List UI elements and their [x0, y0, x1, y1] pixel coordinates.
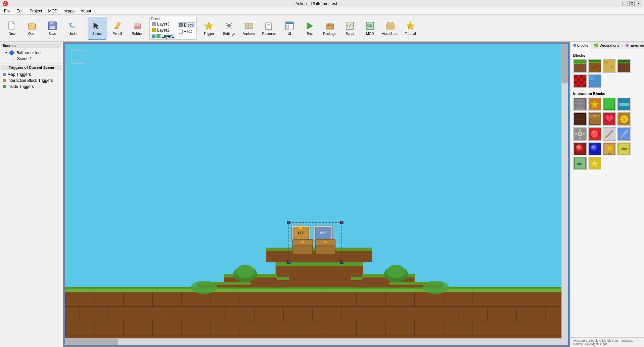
resource-button[interactable]: Resource	[260, 17, 279, 40]
restore-button[interactable]: ❐	[629, 1, 635, 6]
block-dark1[interactable]	[573, 112, 587, 126]
tab-blocks[interactable]: ◼ Blocks	[570, 42, 591, 49]
undo-button[interactable]: Undo	[63, 17, 82, 40]
svg-rect-47	[123, 292, 152, 306]
save-button[interactable]: Save	[43, 17, 62, 40]
block-red-orb1[interactable]	[573, 142, 587, 155]
trigger-map[interactable]: Map Triggers	[1, 71, 61, 78]
new-icon	[7, 20, 17, 31]
tutorial-button[interactable]: Tutorial	[401, 17, 420, 40]
layer1-option[interactable]: Layer1	[151, 34, 175, 39]
block-sword1[interactable]	[603, 127, 616, 141]
scene-icon: ◽	[11, 56, 16, 61]
layer3-option[interactable]: Layer3	[151, 21, 175, 27]
svg-rect-51	[240, 292, 269, 306]
block-coin1[interactable]: $	[617, 112, 631, 126]
svg-rect-5	[50, 22, 53, 24]
menu-about[interactable]: About	[78, 8, 94, 14]
expand-arrow: ▼	[5, 51, 8, 54]
trigger-inside-dot	[3, 85, 6, 88]
svg-rect-0	[9, 22, 14, 29]
minimize-button[interactable]: —	[623, 1, 628, 6]
svg-rect-36	[386, 24, 394, 29]
block-crt1[interactable]: CRT	[573, 157, 587, 170]
block-red-circle1[interactable]	[588, 127, 601, 141]
blocks-grid	[573, 59, 641, 88]
block-grass2[interactable]	[617, 59, 631, 73]
trigger-label: Trigger	[203, 32, 214, 36]
block-blue-orb1[interactable]	[588, 142, 601, 155]
svg-rect-189	[580, 120, 585, 124]
layer2-option[interactable]: Layer2	[151, 28, 175, 33]
rubber-button[interactable]: Rubber	[128, 17, 147, 40]
canvas-area[interactable]: ATK DEF	[63, 42, 570, 347]
svg-rect-14	[156, 34, 160, 38]
right-tabs: ◼ Blocks 🌿 Decorations 👾 Enemies	[570, 42, 644, 49]
pencil-button[interactable]: Pencil	[108, 17, 127, 40]
block-teal1[interactable]	[617, 98, 631, 111]
svg-rect-54	[327, 292, 357, 306]
game-canvas[interactable]: ATK DEF	[64, 43, 569, 346]
menu-file[interactable]: File	[1, 8, 13, 14]
block-grass1[interactable]	[573, 59, 587, 73]
svg-rect-53	[298, 292, 327, 306]
svg-rect-91	[444, 321, 473, 336]
scene-platformertest[interactable]: ▼ 🔵 PlatformerTest	[4, 50, 61, 56]
layer1-radio	[152, 35, 155, 38]
menu-mod[interactable]: MOD	[45, 8, 60, 14]
trigger-inside[interactable]: Inside Triggers	[1, 84, 61, 90]
svg-rect-63	[109, 307, 138, 321]
block-wood1[interactable]	[588, 112, 601, 126]
svg-rect-62	[80, 307, 109, 321]
mod-button[interactable]: MOD MOD	[361, 17, 379, 40]
close-button[interactable]: ✕	[636, 1, 641, 6]
block-green1[interactable]	[603, 98, 616, 111]
scene-scene1[interactable]: ◽ Scene:1	[4, 56, 61, 62]
open-icon	[27, 20, 38, 31]
test-button[interactable]: Test	[300, 17, 319, 40]
block-gear1[interactable]	[573, 127, 587, 141]
svg-rect-169	[583, 84, 586, 87]
svg-rect-45	[65, 292, 94, 306]
menu-project[interactable]: Project	[27, 8, 45, 14]
select-button[interactable]: Select	[88, 17, 106, 40]
svg-rect-166	[574, 81, 577, 84]
svg-rect-69	[283, 307, 313, 321]
assetstore-button[interactable]: AssetStore	[381, 17, 400, 40]
tab-decorations-label: Decorations	[599, 43, 619, 47]
block-star1[interactable]	[588, 98, 601, 111]
block-star2[interactable]	[588, 157, 601, 170]
block-blue1[interactable]	[588, 74, 601, 88]
svg-rect-94	[531, 321, 560, 336]
variable-button[interactable]: Variable	[240, 17, 259, 40]
brush-block-option[interactable]: Block	[178, 22, 195, 28]
block-red-pattern[interactable]	[573, 74, 587, 88]
package-button[interactable]: Package	[320, 17, 339, 40]
ui-button[interactable]: UI	[280, 17, 299, 40]
menu-okapp[interactable]: okapp	[61, 8, 77, 14]
toolbar: New Open Save Undo Select Pencil	[0, 15, 644, 42]
block-sbd1[interactable]: SBD	[617, 142, 631, 155]
mod-label: MOD	[366, 32, 374, 36]
script-button[interactable]: </> Script	[340, 17, 359, 40]
svg-rect-6	[50, 26, 55, 29]
svg-rect-80	[123, 321, 152, 336]
block-sand1[interactable]	[603, 59, 616, 73]
new-button[interactable]: New	[3, 17, 21, 40]
tab-enemies[interactable]: 👾 Enemies	[622, 42, 644, 49]
menu-edit[interactable]: Edit	[14, 8, 26, 14]
block-heart1[interactable]	[603, 112, 616, 126]
open-button[interactable]: Open	[23, 17, 42, 40]
block-dirt1[interactable]	[588, 59, 601, 73]
settings-button[interactable]: Settings	[220, 17, 238, 40]
brush-rect-option[interactable]: Rect	[178, 29, 195, 34]
block-atk2[interactable]: ATK	[603, 142, 616, 155]
svg-marker-17	[205, 22, 213, 30]
trigger-interaction[interactable]: Interaction Block Triggers	[1, 78, 61, 84]
block-blue-sword1[interactable]	[617, 127, 631, 141]
interaction-blocks-title: Interaction Blocks	[573, 92, 641, 96]
svg-point-18	[228, 24, 230, 27]
trigger-button[interactable]: Trigger	[199, 17, 218, 40]
block-stone1[interactable]	[573, 98, 587, 111]
tab-decorations[interactable]: 🌿 Decorations	[591, 42, 622, 49]
